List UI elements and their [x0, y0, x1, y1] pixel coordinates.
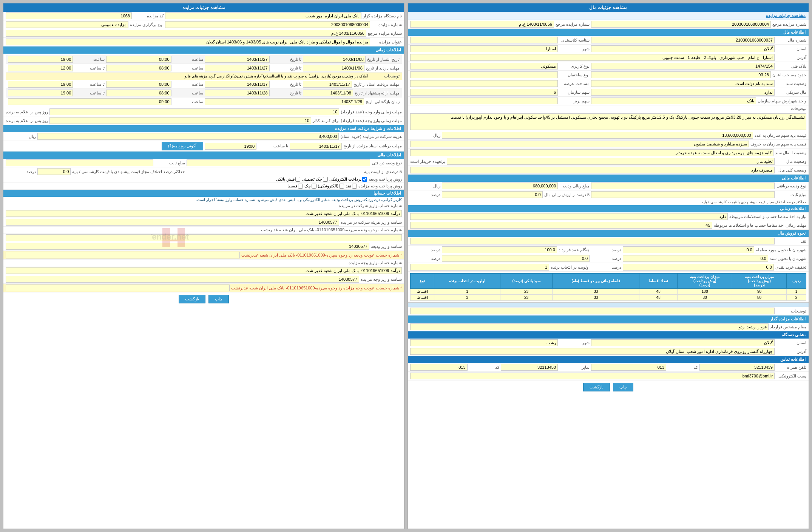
enteshar-from-time[interactable] [106, 56, 171, 63]
qimat-input[interactable] [442, 132, 753, 139]
sharik-input[interactable] [591, 89, 775, 96]
scrollbar[interactable] [408, 302, 809, 307]
bazgoshayi-date-input[interactable] [205, 98, 364, 105]
tel-input[interactable] [699, 364, 775, 371]
hezine-input[interactable] [37, 133, 339, 140]
vadie-input[interactable] [591, 182, 775, 189]
hesab1-input[interactable] [6, 210, 402, 217]
enteshar-to-input[interactable] [205, 56, 270, 63]
pardakht-naghd-checkbox[interactable]: نقد [346, 184, 357, 189]
pardakht-check-checkbox[interactable]: چک تضمینی [302, 177, 328, 182]
darsad-r-input[interactable] [37, 168, 71, 175]
ref-input-r[interactable] [6, 30, 366, 37]
mazayde-gozar-input[interactable] [165, 12, 361, 19]
naghd-main-input[interactable] [410, 238, 775, 244]
darsad-input[interactable] [442, 191, 543, 198]
print-button-right[interactable]: چاپ [208, 295, 229, 303]
back-button-left[interactable]: بازگشت [583, 383, 610, 391]
pishnahad-from-time[interactable] [106, 90, 171, 96]
masahat-input[interactable] [591, 71, 771, 78]
pardakht-check2-checkbox[interactable]: چک [304, 184, 316, 189]
klasebandi-input[interactable] [410, 37, 558, 43]
address-input[interactable] [410, 54, 775, 61]
pardakht-electronic2-checkbox[interactable]: (الکترونیکی) [318, 184, 344, 189]
tahvil-input[interactable] [623, 255, 768, 262]
shahrestan-input[interactable] [410, 45, 558, 52]
entghal-input[interactable] [410, 149, 773, 156]
pishnahad-from-input[interactable] [303, 90, 353, 96]
hesab5-input[interactable] [6, 285, 230, 291]
sahm-viz-input[interactable] [410, 97, 558, 104]
bazgashaid-from-input[interactable] [303, 65, 364, 71]
auction-number-input[interactable] [591, 21, 771, 28]
mohlat-daryaft-input[interactable] [290, 143, 342, 150]
bazgashaid-to-time[interactable] [8, 65, 73, 71]
nehayat-input[interactable] [410, 213, 728, 220]
shahrestan-input2[interactable] [410, 339, 558, 346]
shenase3-input[interactable] [6, 276, 359, 283]
barghzari-input-r[interactable] [6, 21, 128, 28]
pardakht-fax-checkbox[interactable]: فیش بانکی [276, 177, 300, 182]
bank-input[interactable] [591, 97, 756, 104]
ostan-input[interactable] [591, 339, 775, 346]
sahm-input[interactable] [410, 89, 558, 96]
daryaft-to-time[interactable] [8, 81, 73, 88]
sakhtemanType-input[interactable] [410, 71, 558, 78]
mal-number-input[interactable] [591, 37, 775, 43]
shenase1-input[interactable] [6, 219, 339, 226]
pardakht-electronic-checkbox[interactable]: پرداخت الکترونیکی [329, 177, 367, 182]
enteshar-from-input[interactable] [303, 56, 366, 63]
masahat2-input[interactable] [410, 80, 558, 87]
code-input-r[interactable] [6, 12, 132, 19]
mohlat-vazie-input[interactable] [49, 108, 339, 115]
hesab3-input[interactable] [6, 252, 240, 258]
mablagh-input[interactable] [442, 182, 558, 189]
sho-input-r[interactable] [165, 21, 370, 28]
vaziat-input[interactable] [591, 80, 775, 87]
tozih2-input[interactable] [410, 308, 775, 314]
bazgashaid-to-input[interactable] [205, 65, 270, 71]
vadie-r-input[interactable] [187, 159, 370, 166]
auction-ref-input[interactable] [410, 21, 554, 28]
breadcrumb-link[interactable]: مشاهده جزئیات مزایده [766, 13, 806, 18]
email-input[interactable] [410, 373, 775, 379]
tozih-textarea[interactable]: نشستندگار ارزیابان مسکونی به میزار 93.28… [410, 113, 806, 130]
sanand-input[interactable] [410, 264, 549, 271]
adrs-input[interactable] [410, 348, 775, 355]
shenase2-input[interactable] [6, 243, 369, 250]
akoni-button[interactable]: آکونی روزنامه(1) [162, 142, 203, 150]
hesab2-input[interactable] [6, 234, 402, 241]
print-button-left[interactable]: چاپ [613, 383, 633, 391]
daryaft-from-input[interactable] [303, 81, 352, 88]
magham-input[interactable] [410, 323, 769, 330]
enteshar-to-time[interactable] [8, 56, 73, 63]
naghd2-input[interactable] [442, 246, 557, 253]
moamele-input[interactable] [623, 246, 754, 253]
mohlat-vazie2-input[interactable] [49, 117, 311, 124]
mohlat-input[interactable] [410, 222, 712, 229]
takhfif-input[interactable] [623, 264, 774, 271]
qimat-harfi-input[interactable] [410, 141, 749, 147]
tel-code-input[interactable] [591, 364, 666, 371]
takhliye-input[interactable] [410, 167, 775, 173]
mohlat-daryaft-time[interactable] [205, 143, 257, 150]
naghd3-input[interactable] [442, 255, 590, 262]
fax-input[interactable] [501, 364, 558, 371]
back-button-right[interactable]: بازگشت [179, 295, 205, 303]
mablagh2-input[interactable] [591, 191, 775, 198]
fax-code-input[interactable] [410, 364, 468, 371]
bazgoshayi-time-input[interactable] [8, 98, 171, 105]
mablagh-r-input[interactable] [6, 159, 153, 166]
pardakht-qist-checkbox[interactable]: قسط [288, 184, 303, 189]
karbari-input[interactable] [410, 63, 558, 70]
block-input[interactable] [591, 63, 775, 70]
city-input[interactable] [591, 45, 775, 52]
vaziat-mal-input[interactable] [447, 158, 775, 165]
pishnahad-to-time[interactable] [8, 90, 73, 96]
hesab4-input[interactable] [6, 267, 402, 274]
breadcrumb[interactable]: مشاهده جزئیات مزایده [408, 12, 809, 20]
onvan-input-r[interactable] [6, 39, 370, 45]
bazgashaid-from-time[interactable] [106, 65, 171, 71]
daryaft-from-time[interactable] [106, 81, 171, 88]
daryaft-to-input[interactable] [205, 81, 270, 88]
